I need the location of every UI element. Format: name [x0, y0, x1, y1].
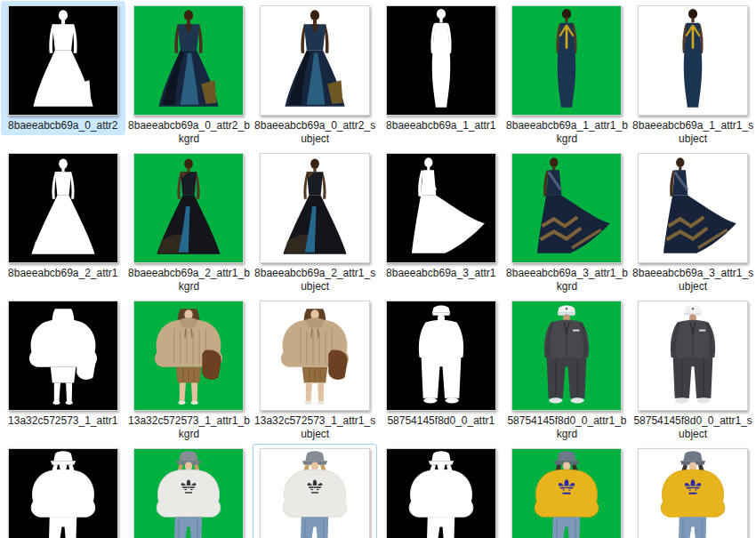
model-figure-icon	[512, 301, 621, 410]
model-figure-icon	[261, 301, 369, 410]
file-thumbnail[interactable]	[8, 301, 118, 411]
file-item-box[interactable]: 8baeeabcb69a_2_attr1_bkgrd	[127, 149, 252, 296]
file-thumbnail[interactable]	[386, 153, 496, 263]
model-figure-icon	[134, 6, 243, 115]
file-item-sweat-yellow-mask[interactable]	[378, 444, 504, 538]
file-item-8baeeabcb69a_1_attr1_bkgrd[interactable]: 8baeeabcb69a_1_attr1_bkgrd	[504, 1, 631, 149]
file-name[interactable]: 8baeeabcb69a_1_attr1_subject	[631, 119, 754, 146]
file-thumbnail[interactable]	[511, 448, 622, 538]
file-name[interactable]: 8baeeabcb69a_2_attr1_bkgrd	[128, 267, 251, 293]
file-item-sweat-yellow-bkgrd[interactable]	[504, 444, 631, 538]
model-figure-icon	[387, 154, 495, 262]
file-thumbnail[interactable]	[260, 153, 370, 263]
file-name[interactable]: 13a32c572573_1_attr1_bkgrd	[128, 414, 251, 441]
file-item-box[interactable]: 13a32c572573_1_attr1_bkgrd	[127, 296, 252, 444]
file-item-box[interactable]: 8baeeabcb69a_0_attr2_bkgrd	[127, 1, 252, 149]
file-item-8baeeabcb69a_0_attr2_bkgrd[interactable]: 8baeeabcb69a_0_attr2_bkgrd	[126, 1, 253, 149]
file-item-13a32c572573_1_attr1_subject[interactable]: 13a32c572573_1_attr1_subject	[252, 296, 378, 444]
file-item-8baeeabcb69a_2_attr1_subject[interactable]: 8baeeabcb69a_2_attr1_subject	[252, 149, 378, 296]
file-thumbnail[interactable]	[8, 448, 118, 538]
file-item-13a32c572573_1_attr1_bkgrd[interactable]: 13a32c572573_1_attr1_bkgrd	[126, 296, 253, 444]
file-item-box[interactable]: 8baeeabcb69a_1_attr1_bkgrd	[505, 1, 630, 149]
file-thumbnail[interactable]	[638, 448, 748, 538]
file-item-box[interactable]: 8baeeabcb69a_0_attr2_subject	[253, 1, 377, 149]
file-name[interactable]: 8baeeabcb69a_1_attr1	[380, 119, 503, 132]
file-thumbnail[interactable]	[133, 153, 244, 263]
file-item-sweat-yellow-subject[interactable]	[630, 444, 756, 538]
file-thumbnail[interactable]	[133, 448, 244, 538]
file-thumbnail[interactable]	[638, 153, 748, 263]
file-item-8baeeabcb69a_0_attr2_subject[interactable]: 8baeeabcb69a_0_attr2_subject	[252, 1, 378, 149]
file-item-box[interactable]	[379, 444, 503, 538]
file-name[interactable]: 58754145f8d0_0_attr1	[380, 414, 503, 428]
file-thumbnail[interactable]	[260, 448, 370, 538]
file-thumbnail[interactable]	[260, 5, 370, 116]
model-figure-icon	[387, 6, 495, 115]
file-item-58754145f8d0_0_attr1_bkgrd[interactable]: 58754145f8d0_0_attr1_bkgrd	[504, 296, 631, 444]
file-thumbnail[interactable]	[8, 5, 118, 116]
file-thumbnail[interactable]	[260, 301, 370, 411]
file-item-box[interactable]: 8baeeabcb69a_0_attr2	[1, 1, 125, 135]
file-name[interactable]: 8baeeabcb69a_1_attr1_bkgrd	[506, 119, 629, 146]
file-item-box[interactable]	[631, 444, 755, 538]
file-name[interactable]: 13a32c572573_1_attr1_subject	[253, 414, 376, 441]
file-thumbnail[interactable]	[133, 5, 244, 116]
file-item-8baeeabcb69a_0_attr2[interactable]: 8baeeabcb69a_0_attr2	[0, 1, 126, 149]
file-item-58754145f8d0_0_attr1_subject[interactable]: 58754145f8d0_0_attr1_subject	[630, 296, 756, 444]
file-item-box[interactable]: 8baeeabcb69a_2_attr1	[1, 149, 125, 283]
file-item-box[interactable]: 13a32c572573_1_attr1	[1, 296, 125, 430]
file-item-box[interactable]: 8baeeabcb69a_1_attr1	[379, 1, 503, 135]
file-item-sweat-white-bkgrd[interactable]	[126, 444, 253, 538]
file-item-box[interactable]: 13a32c572573_1_attr1_subject	[253, 296, 377, 444]
file-item-box[interactable]	[127, 444, 252, 538]
file-item-box[interactable]: 8baeeabcb69a_3_attr1_subject	[631, 149, 755, 296]
file-item-box[interactable]	[1, 444, 125, 538]
file-name[interactable]: 58754145f8d0_0_attr1_bkgrd	[506, 414, 629, 441]
file-item-8baeeabcb69a_2_attr1[interactable]: 8baeeabcb69a_2_attr1	[0, 149, 126, 296]
file-thumbnail[interactable]	[638, 301, 748, 411]
file-item-8baeeabcb69a_1_attr1_subject[interactable]: 8baeeabcb69a_1_attr1_subject	[630, 1, 756, 149]
file-item-box[interactable]: 8baeeabcb69a_1_attr1_subject	[631, 1, 755, 149]
file-name[interactable]: 8baeeabcb69a_0_attr2_subject	[253, 119, 376, 146]
file-item-box[interactable]: 58754145f8d0_0_attr1_subject	[631, 296, 755, 444]
file-item-58754145f8d0_0_attr1[interactable]: 58754145f8d0_0_attr1	[378, 296, 504, 444]
file-item-box[interactable]: 58754145f8d0_0_attr1_bkgrd	[505, 296, 630, 444]
file-thumbnail[interactable]	[8, 153, 118, 263]
file-thumbnail[interactable]	[511, 5, 622, 116]
file-name[interactable]: 8baeeabcb69a_3_attr1_subject	[631, 267, 754, 293]
file-name[interactable]: 8baeeabcb69a_0_attr2_bkgrd	[128, 119, 251, 146]
file-name[interactable]: 58754145f8d0_0_attr1_subject	[631, 414, 754, 441]
file-item-8baeeabcb69a_2_attr1_bkgrd[interactable]: 8baeeabcb69a_2_attr1_bkgrd	[126, 149, 253, 296]
file-name[interactable]: 8baeeabcb69a_3_attr1_bkgrd	[506, 267, 629, 293]
file-item-box[interactable]: 8baeeabcb69a_2_attr1_subject	[253, 149, 377, 296]
file-thumbnail[interactable]	[511, 301, 622, 411]
file-item-8baeeabcb69a_3_attr1[interactable]: 8baeeabcb69a_3_attr1	[378, 149, 504, 296]
model-figure-icon	[9, 154, 117, 262]
file-item-8baeeabcb69a_3_attr1_subject[interactable]: 8baeeabcb69a_3_attr1_subject	[630, 149, 756, 296]
file-name[interactable]: 8baeeabcb69a_3_attr1	[380, 267, 503, 280]
file-name[interactable]: 8baeeabcb69a_0_attr2	[2, 119, 125, 132]
file-item-box[interactable]	[505, 444, 630, 538]
file-name[interactable]: 8baeeabcb69a_2_attr1	[2, 267, 125, 280]
model-figure-icon	[387, 449, 495, 538]
file-thumbnail[interactable]	[133, 301, 244, 411]
file-thumbnail[interactable]	[386, 301, 496, 411]
model-figure-icon	[512, 449, 621, 538]
model-figure-icon	[134, 449, 243, 538]
file-item-box[interactable]: 8baeeabcb69a_3_attr1_bkgrd	[505, 149, 630, 296]
file-item-box[interactable]: 8baeeabcb69a_3_attr1	[379, 149, 503, 283]
file-item-13a32c572573_1_attr1[interactable]: 13a32c572573_1_attr1	[0, 296, 126, 444]
file-item-sweat-white-subject[interactable]	[252, 444, 378, 538]
file-thumbnail[interactable]	[511, 153, 622, 263]
file-item-8baeeabcb69a_3_attr1_bkgrd[interactable]: 8baeeabcb69a_3_attr1_bkgrd	[504, 149, 631, 296]
file-item-8baeeabcb69a_1_attr1[interactable]: 8baeeabcb69a_1_attr1	[378, 1, 504, 149]
file-thumbnail[interactable]	[386, 5, 496, 116]
file-grid: 8baeeabcb69a_0_attr2 8baeeabcb69a_0_attr…	[0, 0, 756, 538]
file-item-box[interactable]: 58754145f8d0_0_attr1	[379, 296, 503, 430]
file-name[interactable]: 13a32c572573_1_attr1	[2, 414, 125, 428]
file-thumbnail[interactable]	[638, 5, 748, 116]
file-item-box[interactable]	[253, 444, 377, 538]
file-name[interactable]: 8baeeabcb69a_2_attr1_subject	[253, 267, 376, 293]
file-thumbnail[interactable]	[386, 448, 496, 538]
file-item-sweat-white-mask[interactable]	[0, 444, 126, 538]
